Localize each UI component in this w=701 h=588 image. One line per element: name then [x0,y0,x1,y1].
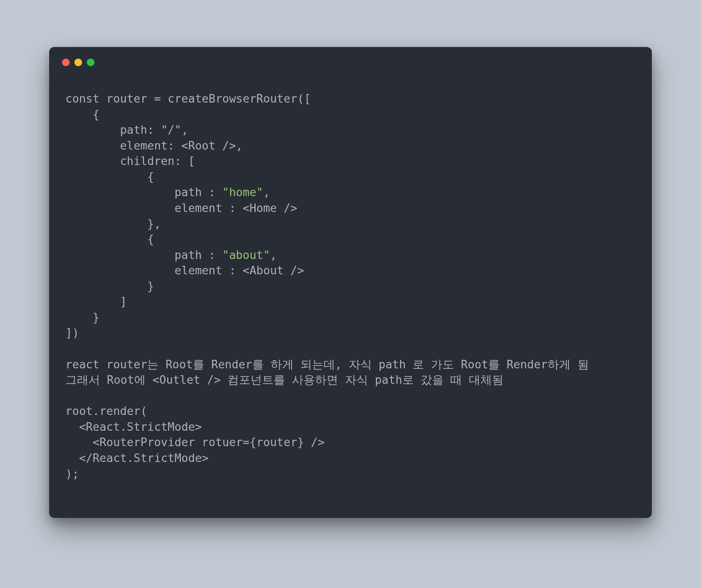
code-window: const router = createBrowserRouter([ { p… [49,47,652,518]
code-line: } [65,279,154,293]
code-line: element: <Root />, [65,139,243,152]
code-line: path : [65,185,222,199]
code-line: { [65,232,154,246]
code-line: ); [65,467,79,480]
close-icon[interactable] [62,59,70,66]
code-line: { [65,108,100,121]
code-line: } [65,311,100,324]
minimize-icon[interactable] [74,59,82,66]
string-literal: "about" [222,248,270,262]
code-line: { [65,170,154,183]
code-line: </React.StrictMode> [65,451,209,465]
code-line: , [181,123,188,136]
string-literal: "/" [161,123,181,136]
code-line: children: [ [65,154,195,168]
code-line: root.render( [65,404,147,417]
code-line: ]) [65,326,79,339]
code-line: }, [65,217,161,230]
code-line: , [270,248,277,262]
code-block: const router = createBrowserRouter([ { p… [49,75,652,482]
code-line: react router는 Root를 Render를 하게 되는데, 자식 p… [65,358,589,371]
code-line: , [263,185,270,199]
code-line: ] [65,295,127,308]
code-line: element : <About /> [65,264,304,277]
code-line: <React.StrictMode> [65,420,202,433]
zoom-icon[interactable] [87,59,94,66]
code-line: path : [65,248,222,262]
code-line: 그래서 Root에 <Outlet /> 컴포넌트를 사용하면 자식 path로… [65,373,504,386]
code-line: <RouterProvider rotuer={router} /> [65,435,324,449]
code-line: path: [65,123,161,136]
window-titlebar [49,47,652,75]
code-line: element : <Home /> [65,201,297,215]
string-literal: "home" [222,185,263,199]
code-line: const router = createBrowserRouter([ [65,92,311,105]
